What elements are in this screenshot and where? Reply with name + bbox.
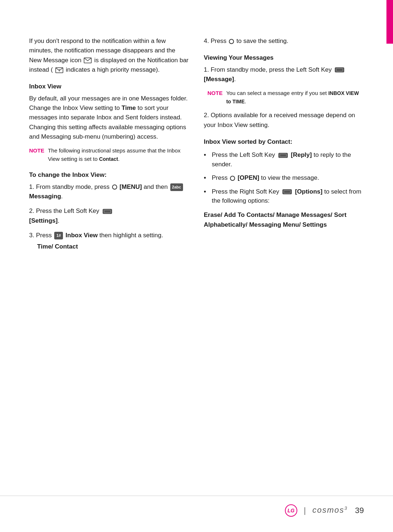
view-step-2: 2. Options available for a received mess… [204,111,364,130]
erase-block: Erase/ Add To Contacts/ Manage Messages/… [204,210,364,230]
brand-block: LG | cosmos3 39 [285,504,364,517]
bullet-3-prefix: Press the Right Soft Key [212,188,279,195]
circle-icon-2 [229,39,234,44]
step-3-prefix: 3. Press [29,232,52,239]
main-content: If you don't respond to the notification… [29,36,364,488]
step-1-prefix: 1. From standby mode, press [29,183,110,190]
step-4-suffix: to save the setting. [237,37,289,44]
bullet-1-prefix: Press the Left Soft Key [212,151,275,158]
circle-icon-1 [112,184,117,190]
bullet-item-3: Press the Right Soft Key [Options] to se… [204,187,364,206]
step-3-suffix: then highlight a setting. [99,232,163,239]
softkey-icon-2 [334,67,345,73]
bullet-item-1: Press the Left Soft Key [Reply] to reply… [204,150,364,169]
view-step-2-content: 2. Options available for a received mess… [204,111,364,130]
view-step-1-prefix: 1. From standby mode, press the Left Sof… [204,66,332,73]
step-3-inbox: Inbox View [66,232,98,239]
num-1-btn: 1# [54,232,63,239]
lg-text: LG [287,508,294,513]
intro-text-3: indicates a high priority message). [66,66,160,73]
step-1-content: 1. From standby mode, press [MENU] and t… [29,182,189,202]
view-step-1-bold: [Message] [204,76,234,83]
view-step-2-text: 2. Options available for a received mess… [204,112,355,128]
step-1-and: and then [144,183,168,190]
accent-bar [386,0,393,44]
step-3: 3. Press 1# Inbox View then highlight a … [29,231,189,251]
footer: LG | cosmos3 39 [0,496,393,532]
note-label-1: NOTE [29,147,44,163]
inbox-view-heading: Inbox View [29,82,189,91]
right-column: 4. Press to save the setting. Viewing Yo… [204,36,364,488]
view-step-1: 1. From standby mode, press the Left Sof… [204,65,364,84]
inbox-view-time: Time [122,104,136,111]
intro-paragraph: If you don't respond to the notification… [29,36,189,75]
softkey-icon-1 [102,209,112,214]
softkey-icon-4 [282,189,292,195]
viewing-heading: Viewing Your Messages [204,53,364,63]
bullet-2-suffix: to view the message. [261,174,319,181]
note-text-1: The following instructional steps assume… [48,147,189,163]
brand-name: cosmos3 [312,505,348,515]
lg-circle-icon: LG [285,504,297,517]
step-3-content: 3. Press 1# Inbox View then highlight a … [29,231,189,251]
note-block-1: NOTE The following instructional steps a… [29,147,189,163]
circle-icon-3 [230,176,235,181]
step-1-messaging: Messaging [29,193,61,200]
menu-2abc-btn: 2abc [170,183,183,191]
time-contact: Time/ Contact [37,242,78,251]
inbox-sorted-heading: Inbox View sorted by Contact: [204,137,364,147]
note-text-2: You can select a message entry if you se… [226,89,364,106]
svg-point-3 [59,71,60,72]
step-2-settings: [Settings] [29,217,57,224]
softkey-icon-3 [278,152,288,158]
bullet-list: Press the Left Soft Key [Reply] to reply… [204,150,364,206]
view-step-1-content: 1. From standby mode, press the Left Sof… [204,65,364,84]
step-1-menu: [MENU] [120,183,142,190]
step-2-prefix: 2. Press the Left Soft Key [29,207,99,214]
step-1: 1. From standby mode, press [MENU] and t… [29,182,189,202]
step-2: 2. Press the Left Soft Key [Settings]. [29,206,189,226]
step-2-content: 2. Press the Left Soft Key [Settings]. [29,206,189,226]
inbox-view-body: By default, all your messages are in one… [29,94,189,142]
step-4: 4. Press to save the setting. [204,36,364,46]
step-4-prefix: 4. Press [204,37,226,44]
bullet-1-bold: [Reply] [291,151,312,158]
note-label-2: NOTE [207,89,223,106]
bullet-3-bold: [Options] [295,188,323,195]
page-number: 39 [355,506,364,515]
lg-logo: LG [285,504,297,517]
priority-envelope-icon [55,67,63,73]
envelope-icon [84,57,92,63]
bullet-2-prefix: Press [212,174,227,181]
bullet-item-2: Press [OPEN] to view the message. [204,173,364,183]
note-block-2: NOTE You can select a message entry if y… [207,89,364,106]
separator: | [304,506,306,515]
brand-sup: 3 [344,505,348,511]
bullet-2-bold: [OPEN] [238,174,259,181]
left-column: If you don't respond to the notification… [29,36,189,488]
change-heading: To change the Inbox View: [29,170,189,180]
page: If you don't respond to the notification… [0,0,393,532]
